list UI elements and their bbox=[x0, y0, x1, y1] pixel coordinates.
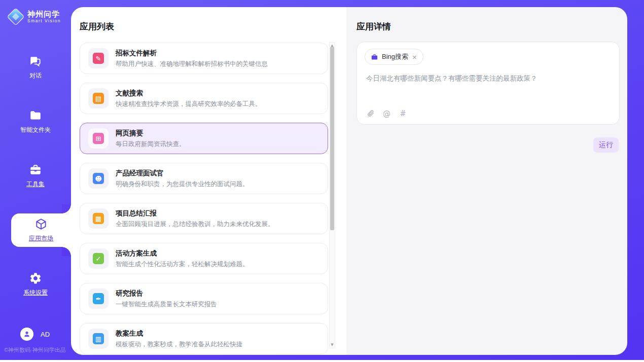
sidebar-item-4[interactable]: 系统设置 bbox=[0, 268, 71, 301]
app-card-4[interactable]: ▦ 项目总结汇报 全面回顾项目进展，总结经验教训，助力未来优化发展。 bbox=[80, 203, 328, 234]
interviewer-icon: ☻ bbox=[93, 173, 104, 184]
cube-icon bbox=[34, 218, 48, 231]
tool-tag-label: Bing搜索 bbox=[382, 52, 408, 61]
app-card-description: 帮助用户快速、准确地理解和解析招标书中的关键信息 bbox=[116, 60, 268, 68]
report-calendar-icon: ▦ bbox=[93, 213, 104, 224]
research-pen-icon: ✒ bbox=[93, 293, 104, 304]
app-card-6[interactable]: ✒ 研究报告 一键智能生成高质量长文本研究报告 bbox=[80, 283, 328, 314]
sidebar-item-label: 对话 bbox=[29, 71, 42, 80]
app-card-3[interactable]: ☻ 产品经理面试官 明确身份和职责，为您提供专业性的面试问题。 bbox=[80, 163, 328, 194]
app-card-2[interactable]: ⊞ 网页摘要 每日政府新闻资讯快查。 bbox=[80, 123, 328, 154]
prompt-card: Bing搜索 × 今日湖北有哪些新闻要点？有哪些需要关注的最新政策？ @ # bbox=[356, 42, 620, 125]
app-detail-title: 应用详情 bbox=[356, 21, 391, 32]
mention-icon[interactable]: @ bbox=[382, 109, 391, 118]
sidebar-item-3[interactable]: 应用市场 bbox=[11, 213, 71, 247]
app-detail-panel: 应用详情 Bing搜索 × 今日湖北有哪些新闻要点？有哪些需要关注的最新政策？ … bbox=[346, 7, 627, 355]
app-card-title: 网页摘要 bbox=[116, 129, 186, 138]
app-card-title: 项目总结汇报 bbox=[116, 209, 274, 218]
sidebar-item-1[interactable]: 智能文件夹 bbox=[0, 105, 71, 138]
sidebar-item-label: 工具集 bbox=[26, 180, 45, 189]
app-icon-tile: ⊞ bbox=[88, 128, 109, 149]
app-card-1[interactable]: ▤ 文献搜索 快速精准查找学术资源，提高研究效率的必备工具。 bbox=[80, 83, 328, 114]
app-card-list: ✎ 招标文件解析 帮助用户快速、准确地理解和解析招标书中的关键信息 ▤ 文献搜索… bbox=[80, 43, 328, 355]
sidebar: 神州问学 Smart Vision 对话 智能文件夹 工具集 应用市场 系统设置… bbox=[0, 0, 71, 360]
close-icon[interactable]: × bbox=[412, 54, 417, 60]
app-card-0[interactable]: ✎ 招标文件解析 帮助用户快速、准确地理解和解析招标书中的关键信息 bbox=[80, 43, 328, 74]
app-card-description: 快速精准查找学术资源，提高研究效率的必备工具。 bbox=[116, 100, 262, 108]
folder-icon bbox=[29, 109, 42, 122]
app-icon-tile: ☻ bbox=[88, 168, 109, 189]
app-card-title: 招标文件解析 bbox=[116, 49, 268, 58]
toolbox-icon bbox=[29, 163, 42, 176]
avatar[interactable] bbox=[20, 328, 33, 341]
app-card-description: 一键智能生成高质量长文本研究报告 bbox=[116, 300, 217, 309]
webpage-icon: ⊞ bbox=[93, 133, 104, 144]
app-card-title: 文献搜索 bbox=[116, 89, 262, 98]
books-icon: ▥ bbox=[93, 333, 104, 344]
app-icon-tile: ▥ bbox=[88, 329, 109, 349]
sidebar-item-label: 智能文件夹 bbox=[20, 126, 51, 134]
scroll-down-icon[interactable]: ▼ bbox=[330, 342, 335, 348]
gear-icon bbox=[29, 272, 42, 285]
tool-tag-bing-search[interactable]: Bing搜索 × bbox=[365, 49, 423, 65]
prompt-input[interactable]: 今日湖北有哪些新闻要点？有哪些需要关注的最新政策？ bbox=[366, 74, 610, 84]
app-card-title: 产品经理面试官 bbox=[116, 169, 249, 178]
app-card-description: 每日政府新闻资讯快查。 bbox=[116, 140, 186, 149]
scrollbar-thumb[interactable] bbox=[330, 47, 334, 230]
app-card-description: 明确身份和职责，为您提供专业性的面试问题。 bbox=[116, 180, 249, 189]
app-card-description: 模板驱动，教案秒成，教学准备从此轻松快捷 bbox=[116, 340, 242, 349]
edit-document-icon: ✎ bbox=[93, 53, 104, 64]
app-list-title: 应用列表 bbox=[80, 21, 114, 32]
scrollbar[interactable]: ▲ ▼ bbox=[329, 42, 335, 348]
brand-name: 神州问学 bbox=[27, 10, 61, 19]
app-card-title: 活动方案生成 bbox=[116, 249, 249, 258]
brand-subtitle: Smart Vision bbox=[27, 18, 61, 23]
app-card-description: 智能生成个性化活动方案，轻松解决规划难题。 bbox=[116, 260, 249, 269]
app-card-title: 教案生成 bbox=[116, 329, 242, 338]
sidebar-nav: 对话 智能文件夹 工具集 应用市场 系统设置 bbox=[0, 51, 71, 301]
sidebar-item-label: 系统设置 bbox=[23, 288, 48, 297]
app-icon-tile: ▦ bbox=[88, 208, 109, 229]
briefcase-icon bbox=[371, 53, 378, 61]
app-icon-tile: ✓ bbox=[88, 248, 109, 269]
app-icon-tile: ✒ bbox=[88, 288, 109, 309]
diamond-logo-icon bbox=[8, 9, 23, 24]
app-icon-tile: ✎ bbox=[88, 48, 109, 68]
app-card-title: 研究报告 bbox=[116, 289, 217, 298]
app-icon-tile: ▤ bbox=[88, 88, 109, 108]
app-card-5[interactable]: ✓ 活动方案生成 智能生成个性化活动方案，轻松解决规划难题。 bbox=[80, 243, 328, 274]
hashtag-icon[interactable]: # bbox=[399, 109, 407, 118]
run-button[interactable]: 运行 bbox=[593, 137, 619, 153]
window-frame: 神州问学 Smart Vision 对话 智能文件夹 工具集 应用市场 系统设置… bbox=[0, 0, 644, 360]
book-icon: ▤ bbox=[93, 93, 104, 104]
copyright-footer: ©神州数码·神州问学出品 bbox=[4, 346, 66, 354]
user-row[interactable]: AD bbox=[20, 328, 50, 341]
clipboard-check-icon: ✓ bbox=[93, 253, 104, 264]
sidebar-item-0[interactable]: 对话 bbox=[0, 51, 71, 84]
attachment-icon[interactable] bbox=[366, 109, 375, 118]
sidebar-item-2[interactable]: 工具集 bbox=[0, 159, 71, 193]
composer-toolbar: @ # bbox=[366, 109, 407, 118]
brand-logo: 神州问学 Smart Vision bbox=[0, 0, 71, 24]
chat-icon bbox=[29, 55, 42, 68]
app-list-panel: 应用列表 ✎ 招标文件解析 帮助用户快速、准确地理解和解析招标书中的关键信息 ▤… bbox=[71, 7, 346, 355]
app-card-7[interactable]: ▥ 教案生成 模板驱动，教案秒成，教学准备从此轻松快捷 bbox=[80, 323, 328, 354]
app-card-description: 全面回顾项目进展，总结经验教训，助力未来优化发展。 bbox=[116, 220, 274, 229]
sidebar-item-label: 应用市场 bbox=[29, 234, 53, 243]
user-initials: AD bbox=[41, 331, 50, 338]
